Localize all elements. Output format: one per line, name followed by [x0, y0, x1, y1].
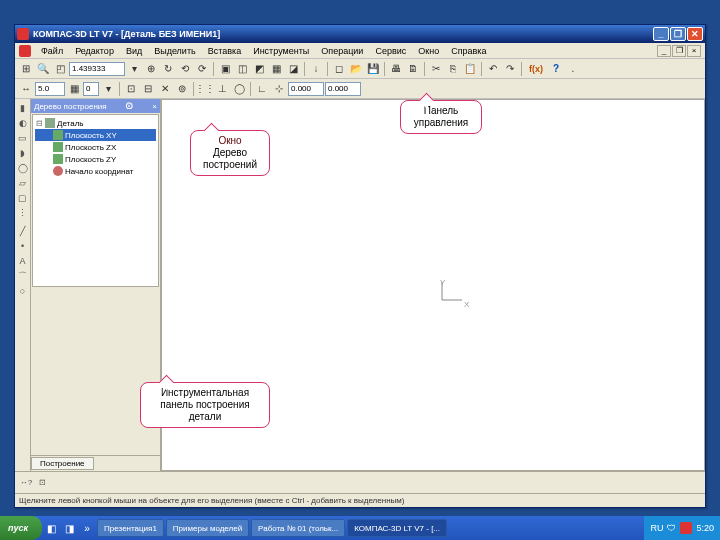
arc-icon[interactable]: ⌒ [16, 269, 30, 283]
text-icon[interactable]: A [16, 254, 30, 268]
menu-window[interactable]: Окно [412, 45, 445, 57]
snap-int-icon[interactable]: ✕ [157, 81, 173, 97]
menu-editor[interactable]: Редактор [69, 45, 120, 57]
zoom-value-input[interactable] [69, 62, 125, 76]
tray-icon-1[interactable]: 🛡 [667, 523, 676, 533]
zoom-sel-icon[interactable]: ◰ [52, 61, 68, 77]
menu-select[interactable]: Выделить [148, 45, 202, 57]
shadewire-icon[interactable]: ▦ [268, 61, 284, 77]
help-icon[interactable]: ? [548, 61, 564, 77]
tree-item-plane-zx[interactable]: Плоскость ZX [35, 141, 156, 153]
cut-icon[interactable]: ✂ [428, 61, 444, 77]
tray-icon-2[interactable] [680, 522, 692, 534]
close-button[interactable]: ✕ [687, 27, 703, 41]
cut-extrude-icon[interactable]: ▭ [16, 131, 30, 145]
persp-icon[interactable]: ◪ [285, 61, 301, 77]
refresh-icon[interactable]: ⟳ [194, 61, 210, 77]
tree-item-plane-xy[interactable]: Плоскость XY [35, 129, 156, 141]
whatsthis-icon[interactable]: . [565, 61, 581, 77]
revolve-icon[interactable]: ◐ [16, 116, 30, 130]
menu-tools[interactable]: Инструменты [247, 45, 315, 57]
rib-icon[interactable]: ▱ [16, 176, 30, 190]
grid-icon[interactable]: ⋮⋮ [197, 81, 213, 97]
doc-close-button[interactable]: × [687, 45, 701, 57]
prop-btn2[interactable]: ⊡ [35, 476, 49, 490]
print-icon[interactable]: 🖶 [388, 61, 404, 77]
quicklaunch-1[interactable]: ◧ [43, 520, 59, 536]
task-item-4[interactable]: КОМПАС-3D LT V7 - [... [347, 519, 447, 537]
undo-icon[interactable]: ↶ [485, 61, 501, 77]
menu-file[interactable]: Файл [35, 45, 69, 57]
redo-icon[interactable]: ↷ [502, 61, 518, 77]
pin-icon[interactable]: ⮿ [125, 102, 133, 111]
menu-insert[interactable]: Вставка [202, 45, 247, 57]
tree-root[interactable]: ⊟ Деталь [35, 117, 156, 129]
start-button[interactable]: пуск [0, 516, 42, 540]
line-icon[interactable]: ╱ [16, 224, 30, 238]
fillet-icon[interactable]: ◗ [16, 146, 30, 160]
hidden-icon[interactable]: ◫ [234, 61, 250, 77]
shade-icon[interactable]: ◩ [251, 61, 267, 77]
circle-icon[interactable]: ○ [16, 284, 30, 298]
coord-y-input[interactable] [325, 82, 361, 96]
menu-help[interactable]: Справка [445, 45, 492, 57]
rotate-icon[interactable]: ↻ [160, 61, 176, 77]
new-icon[interactable]: ◻ [331, 61, 347, 77]
clock[interactable]: 5:20 [696, 523, 714, 533]
state-input[interactable] [83, 82, 99, 96]
point-icon[interactable]: • [16, 239, 30, 253]
ortho-icon[interactable]: ⊥ [214, 81, 230, 97]
state-icon[interactable]: ▦ [66, 81, 82, 97]
step-input[interactable] [35, 82, 65, 96]
task-item-1[interactable]: Презентация1 [97, 519, 164, 537]
wire-icon[interactable]: ▣ [217, 61, 233, 77]
doc-restore-button[interactable]: ❐ [672, 45, 686, 57]
zoom-all-icon[interactable]: ⊞ [18, 61, 34, 77]
zoom-in-icon[interactable]: 🔍 [35, 61, 51, 77]
hole-icon[interactable]: ◯ [16, 161, 30, 175]
snap-cen-icon[interactable]: ⊚ [174, 81, 190, 97]
snap-mid-icon[interactable]: ⊟ [140, 81, 156, 97]
task-item-2[interactable]: Примеры моделей [166, 519, 249, 537]
titlebar[interactable]: КОМПАС-3D LT V7 - [Деталь БЕЗ ИМЕНИ1] _ … [15, 25, 705, 43]
copy-icon[interactable]: ⎘ [445, 61, 461, 77]
doc-minimize-button[interactable]: _ [657, 45, 671, 57]
system-tray[interactable]: RU 🛡 5:20 [644, 516, 720, 540]
pan-icon[interactable]: ⊕ [143, 61, 159, 77]
extrude-icon[interactable]: ▮ [16, 101, 30, 115]
snap-end-icon[interactable]: ⊡ [123, 81, 139, 97]
menu-view[interactable]: Вид [120, 45, 148, 57]
tree-body[interactable]: ⊟ Деталь Плоскость XY Плоскость ZX Плоск… [32, 114, 159, 287]
dropdown2-icon[interactable]: ▾ [100, 81, 116, 97]
tab-build[interactable]: Построение [31, 457, 94, 470]
orient-icon[interactable]: ↓ [308, 61, 324, 77]
coord-x-input[interactable] [288, 82, 324, 96]
task-item-3[interactable]: Работа № 01 (тольк... [251, 519, 345, 537]
menu-ops[interactable]: Операции [315, 45, 369, 57]
menu-service[interactable]: Сервис [369, 45, 412, 57]
quicklaunch-2[interactable]: ◨ [61, 520, 77, 536]
open-icon[interactable]: 📂 [348, 61, 364, 77]
fx-button[interactable]: f(x) [525, 61, 547, 77]
lcs-icon[interactable]: ∟ [254, 81, 270, 97]
dropdown-icon[interactable]: ▾ [126, 61, 142, 77]
minimize-button[interactable]: _ [653, 27, 669, 41]
tree-item-origin[interactable]: Начало координат [35, 165, 156, 177]
lang-indicator[interactable]: RU [650, 523, 663, 533]
tree-close-icon[interactable]: × [152, 102, 157, 111]
shell-icon[interactable]: ▢ [16, 191, 30, 205]
save-icon[interactable]: 💾 [365, 61, 381, 77]
orbit-icon[interactable]: ⟲ [177, 61, 193, 77]
pattern-icon[interactable]: ⋮ [16, 206, 30, 220]
tree-item-plane-zy[interactable]: Плоскость ZY [35, 153, 156, 165]
coord-icon[interactable]: ⊹ [271, 81, 287, 97]
round-icon[interactable]: ◯ [231, 81, 247, 97]
prop-arrow-icon[interactable]: ↔? [19, 476, 33, 490]
paste-icon[interactable]: 📋 [462, 61, 478, 77]
step-icon[interactable]: ↔ [18, 81, 34, 97]
doc-icon[interactable] [19, 45, 31, 57]
preview-icon[interactable]: 🗎 [405, 61, 421, 77]
tree-header[interactable]: Дерево построения ⮿ × [31, 99, 160, 113]
tree-title: Дерево построения [34, 102, 107, 111]
maximize-button[interactable]: ❐ [670, 27, 686, 41]
